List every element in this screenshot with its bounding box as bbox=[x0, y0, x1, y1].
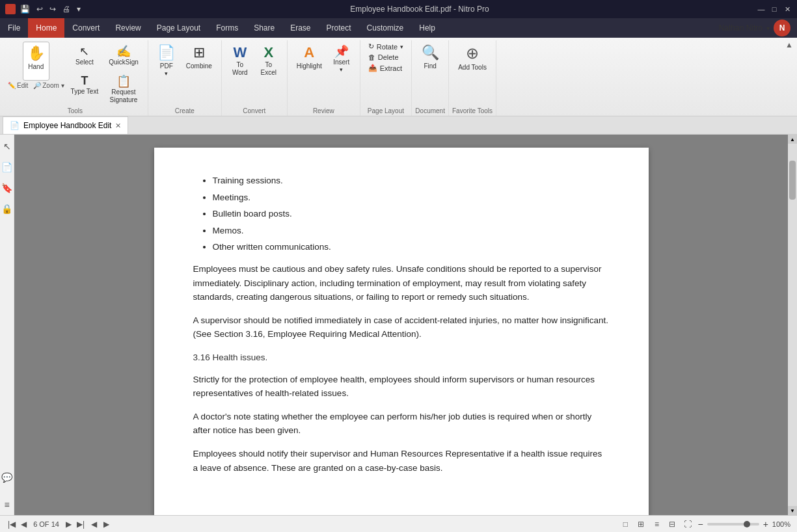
find-button[interactable]: 🔍 Find bbox=[417, 42, 443, 81]
thumbnail-view-button[interactable]: ⊟ bbox=[666, 518, 678, 530]
zoom-slider[interactable] bbox=[707, 523, 759, 525]
continuous-view-button[interactable]: ≡ bbox=[651, 518, 662, 530]
edit-label: Edit bbox=[17, 82, 28, 89]
to-word-button[interactable]: W ToWord bbox=[227, 42, 253, 79]
two-page-view-button[interactable]: ⊞ bbox=[635, 518, 647, 530]
prev-view-button[interactable]: ◀ bbox=[90, 520, 98, 529]
ribbon-group-favorite-tools: ⊕ Add Tools Favorite Tools bbox=[449, 40, 496, 116]
prev-page-button[interactable]: ◀ bbox=[20, 520, 28, 529]
page-layout-stack: ↻ Rotate ▾ 🗑 Delete 📤 Extract bbox=[366, 42, 406, 73]
document-tab[interactable]: 📄 Employee Handbook Edit ✕ bbox=[3, 116, 128, 134]
menu-protect[interactable]: Protect bbox=[319, 18, 359, 38]
scroll-up-button[interactable]: ▲ bbox=[788, 135, 797, 144]
delete-icon: 🗑 bbox=[368, 53, 375, 61]
add-tools-icon: ⊕ bbox=[466, 44, 479, 62]
quicksign-button[interactable]: ✍ QuickSign bbox=[105, 42, 142, 69]
document-area[interactable]: Training sessions. Meetings. Bulletin bo… bbox=[14, 135, 788, 515]
sidebar-list-icon[interactable]: ≡ bbox=[1, 498, 14, 511]
tab-close-button[interactable]: ✕ bbox=[115, 122, 121, 130]
zoom-out-button[interactable]: − bbox=[697, 519, 703, 529]
single-page-view-button[interactable]: □ bbox=[619, 518, 631, 530]
review-items: A Highlight 📌 Insert ▾ bbox=[293, 42, 355, 107]
undo-quick-icon[interactable]: ↩ bbox=[34, 4, 45, 14]
menu-convert[interactable]: Convert bbox=[64, 18, 107, 38]
left-sidebar: ↖ 📄 🔖 🔒 💬 ≡ bbox=[0, 135, 14, 515]
zoom-in-button[interactable]: + bbox=[763, 519, 768, 529]
add-tools-label: Add Tools bbox=[458, 64, 487, 72]
sidebar-cursor-icon[interactable]: ↖ bbox=[1, 140, 14, 153]
menu-help[interactable]: Help bbox=[411, 18, 443, 38]
page-info: 6 OF 14 bbox=[33, 520, 59, 528]
extract-button[interactable]: 📤 Extract bbox=[366, 63, 406, 73]
extract-icon: 📤 bbox=[368, 64, 377, 72]
create-group-label: Create bbox=[148, 107, 221, 114]
type-text-button[interactable]: T Type Text bbox=[67, 72, 103, 98]
add-tools-button[interactable]: ⊕ Add Tools bbox=[454, 42, 491, 81]
list-item: Bulletin board posts. bbox=[213, 207, 610, 221]
maximize-button[interactable]: □ bbox=[770, 5, 779, 14]
status-left: |◀ ◀ 6 OF 14 ▶ ▶| ◀ ▶ bbox=[7, 520, 111, 529]
paragraph-doctors-note: A doctor's note stating whether the empl… bbox=[193, 410, 610, 438]
menu-share[interactable]: Share bbox=[246, 18, 282, 38]
insert-button[interactable]: 📌 Insert ▾ bbox=[329, 42, 355, 75]
sidebar-bookmark-icon[interactable]: 🔖 bbox=[1, 181, 14, 194]
scrollbar-thumb[interactable] bbox=[789, 161, 796, 200]
menu-home[interactable]: Home bbox=[28, 18, 64, 38]
rotate-button[interactable]: ↻ Rotate ▾ bbox=[366, 42, 406, 51]
first-page-button[interactable]: |◀ bbox=[7, 520, 17, 529]
user-name: Nathan Nitro bbox=[719, 23, 763, 33]
paragraph-health-inform: Strictly for the protection of employee … bbox=[193, 373, 610, 401]
pdf-label: PDF bbox=[160, 62, 173, 70]
scroll-down-button[interactable]: ▼ bbox=[788, 506, 797, 515]
sidebar-comment-icon[interactable]: 💬 bbox=[1, 471, 14, 484]
next-view-button[interactable]: ▶ bbox=[102, 520, 111, 529]
save-quick-icon[interactable]: 💾 bbox=[18, 4, 32, 14]
document-group-label: Document bbox=[412, 107, 448, 114]
document-items: 🔍 Find bbox=[417, 42, 443, 107]
title-bar-left: 💾 ↩ ↪ 🖨 ▾ bbox=[5, 4, 83, 14]
type-text-icon: T bbox=[81, 74, 88, 88]
ribbon: ✋ Hand ✏️ Edit 🔎 Zoom ▾ ↖ Select T Type … bbox=[0, 38, 797, 116]
select-icon: ↖ bbox=[79, 44, 89, 59]
avatar: N bbox=[774, 20, 790, 36]
minimize-button[interactable]: — bbox=[757, 5, 766, 14]
pdf-button[interactable]: 📄 PDF ▾ bbox=[154, 42, 180, 81]
more-quick-icon[interactable]: ▾ bbox=[75, 4, 83, 14]
menu-review[interactable]: Review bbox=[107, 18, 148, 38]
rotate-dropdown: ▾ bbox=[400, 44, 403, 50]
combine-label: Combine bbox=[186, 62, 212, 70]
page-layout-items: ↻ Rotate ▾ 🗑 Delete 📤 Extract bbox=[366, 42, 406, 107]
to-excel-label: ToExcel bbox=[261, 61, 277, 77]
ribbon-collapse-icon[interactable]: ▲ bbox=[785, 40, 793, 49]
menu-file[interactable]: File bbox=[0, 18, 28, 38]
fullscreen-button[interactable]: ⛶ bbox=[682, 518, 694, 530]
favorite-tools-items: ⊕ Add Tools bbox=[454, 42, 491, 107]
highlight-button[interactable]: A Highlight bbox=[293, 42, 326, 81]
status-right: □ ⊞ ≡ ⊟ ⛶ − + 100% bbox=[619, 518, 790, 530]
close-button[interactable]: ✕ bbox=[783, 5, 792, 14]
delete-button[interactable]: 🗑 Delete bbox=[366, 53, 406, 62]
user-dropdown-icon[interactable]: ▾ bbox=[766, 25, 770, 32]
menu-forms[interactable]: Forms bbox=[208, 18, 246, 38]
menu-page-layout[interactable]: Page Layout bbox=[149, 18, 208, 38]
combine-button[interactable]: ⊞ Combine bbox=[182, 42, 216, 81]
list-item: Meetings. bbox=[213, 191, 610, 205]
combine-icon: ⊞ bbox=[193, 44, 205, 61]
next-page-button[interactable]: ▶ bbox=[64, 520, 73, 529]
tab-label: Employee Handbook Edit bbox=[23, 121, 111, 130]
hand-button[interactable]: ✋ Hand bbox=[23, 42, 49, 81]
right-scrollbar[interactable]: ▲ ▼ bbox=[788, 135, 797, 515]
redo-quick-icon[interactable]: ↪ bbox=[47, 4, 58, 14]
sidebar-lock-icon[interactable]: 🔒 bbox=[1, 202, 14, 215]
convert-group-label: Convert bbox=[222, 107, 287, 114]
title-bar: 💾 ↩ ↪ 🖨 ▾ Employee Handbook Edit.pdf - N… bbox=[0, 0, 797, 18]
print-quick-icon[interactable]: 🖨 bbox=[61, 4, 72, 14]
to-excel-button[interactable]: X ToExcel bbox=[256, 42, 282, 79]
select-button[interactable]: ↖ Select bbox=[72, 42, 98, 69]
pdf-dropdown: ▾ bbox=[165, 70, 168, 77]
request-sig-button[interactable]: 📋 RequestSignature bbox=[106, 72, 142, 107]
last-page-button[interactable]: ▶| bbox=[75, 520, 86, 529]
menu-erase[interactable]: Erase bbox=[282, 18, 318, 38]
sidebar-page-icon[interactable]: 📄 bbox=[1, 161, 14, 174]
menu-customize[interactable]: Customize bbox=[359, 18, 412, 38]
